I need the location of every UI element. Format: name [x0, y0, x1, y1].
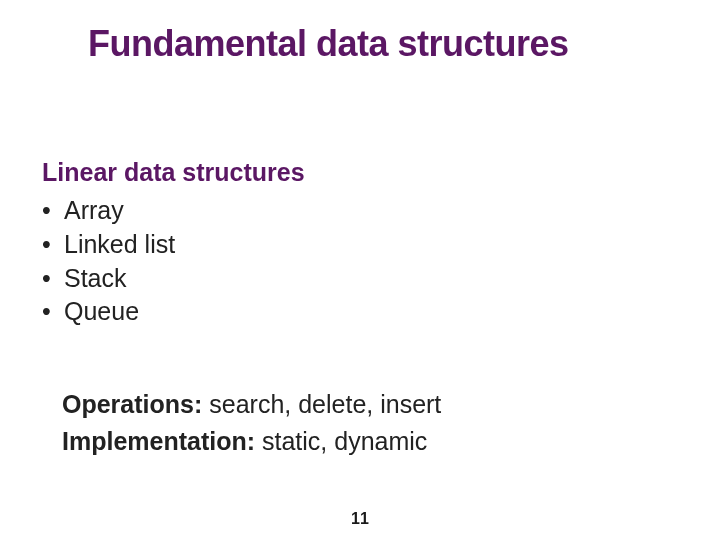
list-item-text: Queue: [64, 297, 139, 325]
bullet-icon: •: [42, 262, 64, 296]
list-item-text: Linked list: [64, 230, 175, 258]
page-number: 11: [0, 510, 720, 528]
implementation-line: Implementation: static, dynamic: [62, 425, 427, 459]
bullet-icon: •: [42, 228, 64, 262]
operations-line: Operations: search, delete, insert: [62, 388, 441, 422]
slide-title: Fundamental data structures: [88, 24, 690, 64]
list-item-text: Array: [64, 196, 124, 224]
list-item-text: Stack: [64, 264, 127, 292]
slide: Fundamental data structures Linear data …: [0, 0, 720, 540]
section-heading: Linear data structures: [42, 158, 305, 187]
list-item: •Queue: [42, 295, 175, 329]
bullet-icon: •: [42, 295, 64, 329]
implementation-label: Implementation:: [62, 427, 255, 455]
list-item: •Array: [42, 194, 175, 228]
list-item: •Stack: [42, 262, 175, 296]
operations-text: search, delete, insert: [202, 390, 441, 418]
implementation-text: static, dynamic: [255, 427, 427, 455]
bullet-icon: •: [42, 194, 64, 228]
bullet-list: •Array •Linked list •Stack •Queue: [42, 194, 175, 329]
operations-label: Operations:: [62, 390, 202, 418]
list-item: •Linked list: [42, 228, 175, 262]
